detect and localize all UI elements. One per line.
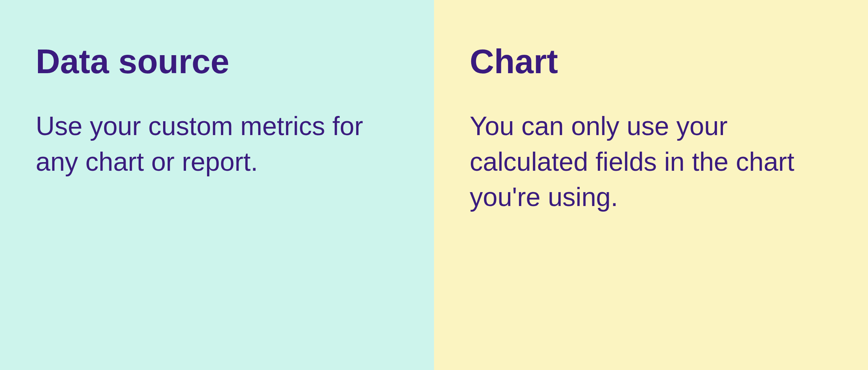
data-source-body: Use your custom metrics for any chart or… [36,108,398,179]
data-source-heading: Data source [36,43,398,80]
chart-panel: Chart You can only use your calculated f… [434,0,868,370]
chart-body: You can only use your calculated fields … [470,108,832,215]
data-source-panel: Data source Use your custom metrics for … [0,0,434,370]
chart-heading: Chart [470,43,832,80]
